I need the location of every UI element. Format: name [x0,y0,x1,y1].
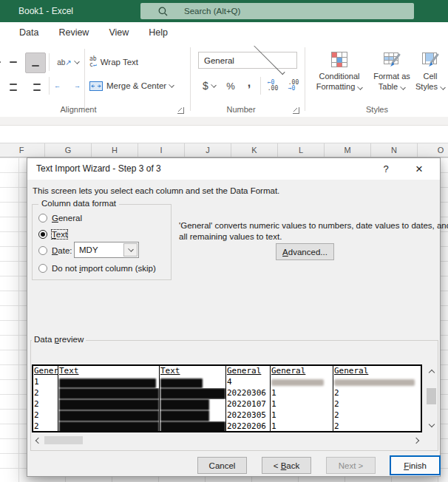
preview-cell[interactable] [58,399,160,410]
preview-cell[interactable] [271,377,333,388]
preview-cell[interactable]: 2 [33,421,58,432]
preview-cell[interactable]: 2 [333,388,422,399]
column-header-H[interactable]: H [92,143,138,157]
date-order-dropdown[interactable]: MDY [74,242,139,258]
preview-cell[interactable] [58,388,160,399]
preview-column-header[interactable]: Text [58,366,160,377]
preview-cell[interactable]: 1 [271,399,333,410]
preview-cell[interactable]: 20220305 [226,410,271,421]
number-format-dropdown[interactable]: General [198,52,297,69]
bottom-align-button[interactable] [25,52,46,73]
tab-review[interactable]: Review [58,27,89,38]
preview-cell[interactable] [333,377,422,388]
wrap-text-button[interactable]: abc↵ Wrap Text [89,52,138,72]
radio-date[interactable]: Date: [38,245,72,257]
search-box[interactable]: Search (Alt+Q) [140,3,414,19]
column-header-I[interactable]: I [138,143,185,157]
scroll-right-icon[interactable] [412,435,423,446]
data-preview-table[interactable]: GenerTextTextGeneralGeneralGeneral142202… [32,364,422,432]
scroll-left-icon[interactable] [32,435,43,446]
preview-cell[interactable] [58,421,160,432]
cell-styles-button[interactable]: Cell Styles [414,50,447,101]
number-dialog-launcher-icon[interactable] [293,107,299,114]
radio-text[interactable]: Text [38,228,67,240]
preview-horizontal-scrollbar[interactable] [32,435,423,446]
column-header-K[interactable]: K [231,143,278,157]
preview-cell[interactable]: 4 [226,377,271,388]
alignment-dialog-launcher-icon[interactable] [177,107,184,114]
radio-skip-column[interactable]: Do not import column (skip) [38,262,156,274]
preview-column-header[interactable]: Gener [33,366,58,377]
preview-cell[interactable]: 1 [271,410,333,421]
preview-cell[interactable]: 20220306 [226,388,271,399]
preview-cell[interactable]: 2 [333,399,422,410]
window-title: Book1 - Excel [18,0,73,22]
decrease-indent-button[interactable]: ← [52,76,70,95]
column-header-L[interactable]: L [278,143,325,157]
preview-column-header[interactable]: Text [160,366,226,377]
preview-cell[interactable] [160,388,226,399]
column-header-M[interactable]: M [325,143,371,157]
preview-column-header[interactable]: General [226,366,271,377]
preview-cell[interactable] [160,399,226,410]
middle-align-button[interactable] [4,52,22,72]
preview-cell[interactable]: 1 [271,421,333,432]
help-button[interactable]: ? [373,158,398,180]
column-header-J[interactable]: J [185,143,231,157]
preview-column-header[interactable]: General [333,366,422,377]
preview-cell[interactable]: 2 [33,388,58,399]
tab-help[interactable]: Help [149,27,168,38]
back-button[interactable]: < Back [262,457,311,474]
preview-cell[interactable] [160,410,226,421]
column-data-format-label: Column data format [38,199,119,208]
increase-indent-button[interactable]: → [72,76,90,95]
align-center-button[interactable] [4,76,22,95]
close-icon[interactable]: × [404,158,434,180]
scroll-down-icon[interactable] [425,420,438,431]
horizontal-scroll-thumb[interactable] [44,436,83,444]
scroll-up-icon[interactable] [425,366,438,377]
column-header-F[interactable]: F [0,143,45,157]
preview-vertical-scrollbar[interactable] [425,366,438,431]
radio-general[interactable]: General [38,212,82,224]
vertical-scroll-thumb[interactable] [427,388,436,404]
preview-cell[interactable] [160,377,226,388]
preview-cell[interactable]: 20220206 [226,421,271,432]
cancel-button[interactable]: Cancel [197,457,247,474]
preview-cell[interactable] [160,421,226,432]
preview-cell[interactable]: 1 [33,377,58,388]
styles-group-label: Styles [340,105,414,115]
preview-cell[interactable]: 2 [333,421,422,432]
preview-cell[interactable]: 2 [333,410,422,421]
percent-style-button[interactable]: % [222,76,240,95]
decrease-decimal-button[interactable]: .00→0 [284,76,303,95]
orientation-button[interactable]: ab↗ [53,52,83,72]
preview-cell[interactable] [58,377,160,388]
preview-cell[interactable]: 2 [33,399,58,410]
column-header-N[interactable]: N [371,143,418,157]
finish-button[interactable]: Finish [390,455,441,475]
merge-center-button[interactable]: Merge & Center [89,76,174,95]
align-right-button[interactable] [25,76,44,95]
increase-decimal-button[interactable]: ←0.00 [263,76,282,95]
column-header-G[interactable]: G [45,143,92,157]
next-button[interactable]: Next > [326,457,376,474]
tab-view[interactable]: View [109,27,129,38]
conditional-formatting-button[interactable]: Conditional Formatting [310,50,368,101]
tab-data[interactable]: Data [19,27,38,38]
cell-styles-icon [421,50,440,69]
preview-cell[interactable]: 1 [271,388,333,399]
preview-cell[interactable]: 20220107 [226,399,271,410]
advanced-button[interactable]: Advanced... [276,243,334,260]
column-header-O[interactable]: O [418,143,448,157]
preview-data-row: 14 [33,377,421,388]
preview-cell[interactable] [58,410,160,421]
formula-bar[interactable] [0,126,448,143]
accounting-format-button[interactable]: $ [198,76,220,95]
redacted-block [160,410,209,421]
comma-style-button[interactable]: , [242,76,256,95]
format-as-table-button[interactable]: Format as Table [370,50,414,101]
preview-column-header[interactable]: General [271,366,333,377]
comma-icon: , [248,76,251,89]
preview-cell[interactable]: 2 [33,410,58,421]
